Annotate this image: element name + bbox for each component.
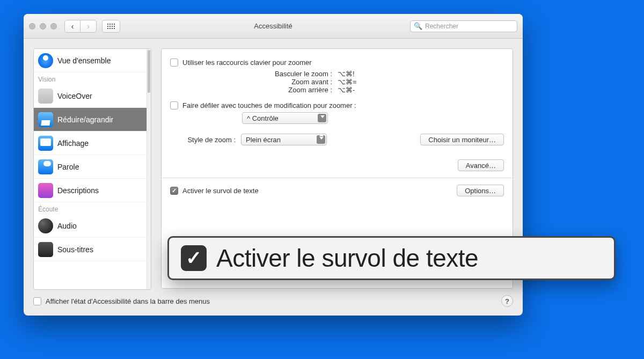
- sidebar-item-label: Parole: [57, 163, 79, 171]
- sidebar-item-label: VoiceOver: [57, 92, 92, 100]
- scroll-modifier-row: Faire défiler avec touches de modificati…: [170, 101, 504, 109]
- sidebar-item-display[interactable]: Affichage: [34, 131, 151, 155]
- shortcut-list: Basculer le zoom : ⌥⌘! Zoom avant : ⌥⌘= …: [170, 70, 504, 94]
- grid-icon: [107, 24, 115, 29]
- scrollbar-thumb[interactable]: [148, 50, 150, 93]
- scrollbar[interactable]: [147, 49, 151, 289]
- use-keyboard-checkbox[interactable]: [170, 58, 178, 67]
- zoom-style-value: Plein écran: [246, 136, 281, 144]
- sidebar-scroll[interactable]: Vue d'ensemble Vision VoiceOver Réduire/…: [34, 49, 151, 289]
- shortcut-toggle-keys: ⌥⌘!: [338, 70, 370, 78]
- close-icon[interactable]: [29, 23, 35, 30]
- footer: Afficher l'état d'Accessibilité dans la …: [24, 290, 523, 316]
- search-input[interactable]: [425, 23, 514, 30]
- sidebar-item-descriptions[interactable]: Descriptions: [34, 179, 151, 202]
- chevron-updown-icon: [319, 137, 324, 140]
- subtitles-icon: [38, 242, 53, 257]
- search-icon: 🔍: [414, 22, 422, 30]
- chevron-down-icon: [320, 115, 325, 118]
- magnifier-icon: [38, 112, 53, 127]
- sidebar-item-subtitles[interactable]: Sous-titres: [34, 238, 151, 261]
- sidebar-section-vision: Vision: [34, 72, 151, 84]
- voiceover-icon: [38, 89, 53, 104]
- sidebar-item-zoom[interactable]: Réduire/agrandir: [34, 108, 151, 131]
- divider: [162, 178, 513, 178]
- options-button[interactable]: Options…: [457, 185, 504, 196]
- sidebar-item-label: Affichage: [57, 139, 89, 148]
- scroll-modifier-checkbox[interactable]: [170, 101, 178, 109]
- sidebar-section-ecoute: Écoute: [34, 202, 151, 214]
- hover-text-checkbox[interactable]: [170, 187, 178, 195]
- descriptions-icon: [38, 183, 53, 198]
- zoom-style-select[interactable]: Plein écran: [241, 134, 327, 145]
- sidebar-item-label: Audio: [57, 222, 77, 230]
- zoom-style-row: Style de zoom : Plein écran Choisir un m…: [170, 134, 504, 145]
- hover-overlay-text: Activer le survol de texte: [216, 244, 478, 273]
- help-button[interactable]: ?: [501, 295, 513, 307]
- shortcut-in-keys: ⌥⌘=: [338, 78, 370, 86]
- traffic-lights: [29, 23, 57, 30]
- sidebar-item-voiceover[interactable]: VoiceOver: [34, 84, 151, 108]
- sidebar-item-label: Descriptions: [57, 186, 99, 195]
- forward-button[interactable]: ›: [80, 20, 97, 33]
- sidebar-item-label: Sous-titres: [57, 245, 93, 254]
- checkmark-icon: [181, 245, 207, 271]
- hover-text-label: Activer le survol de texte: [182, 187, 259, 195]
- advanced-button[interactable]: Avancé…: [458, 159, 504, 171]
- hover-text-overlay: Activer le survol de texte: [167, 236, 616, 280]
- shortcut-out-keys: ⌥⌘-: [338, 86, 370, 94]
- zoom-style-label: Style de zoom :: [170, 136, 236, 144]
- speech-icon: [38, 159, 53, 174]
- display-icon: [38, 136, 53, 151]
- use-keyboard-row: Utiliser les raccourcis clavier pour zoo…: [170, 58, 504, 67]
- use-keyboard-label: Utiliser les raccourcis clavier pour zoo…: [182, 58, 312, 67]
- sidebar-item-audio[interactable]: Audio: [34, 214, 151, 238]
- show-in-menubar-label: Afficher l'état d'Accessibilité dans la …: [46, 297, 210, 305]
- sidebar-item-overview[interactable]: Vue d'ensemble: [34, 49, 151, 72]
- titlebar: ‹ › Accessibilité 🔍: [24, 14, 523, 39]
- shortcut-out-label: Zoom arrière :: [198, 86, 332, 94]
- shortcut-toggle-label: Basculer le zoom :: [198, 70, 332, 78]
- minimize-icon[interactable]: [40, 23, 46, 30]
- modifier-key-select[interactable]: ^ Contrôle: [242, 112, 328, 124]
- nav-buttons: ‹ ›: [64, 20, 97, 33]
- accessibility-icon: [38, 53, 53, 68]
- hover-text-row: Activer le survol de texte Options…: [170, 185, 504, 196]
- show-in-menubar-checkbox[interactable]: [33, 297, 41, 305]
- zoom-icon[interactable]: [50, 23, 57, 30]
- modifier-key-value: ^ Contrôle: [247, 114, 279, 122]
- show-all-button[interactable]: [102, 20, 120, 33]
- sidebar-item-label: Réduire/agrandir: [57, 115, 113, 124]
- sidebar: Vue d'ensemble Vision VoiceOver Réduire/…: [33, 48, 151, 290]
- speaker-icon: [38, 218, 53, 233]
- choose-monitor-button[interactable]: Choisir un moniteur…: [420, 134, 504, 145]
- shortcut-in-label: Zoom avant :: [198, 78, 332, 86]
- search-field[interactable]: 🔍: [410, 20, 517, 32]
- sidebar-item-label: Vue d'ensemble: [57, 56, 111, 65]
- scroll-modifier-label: Faire défiler avec touches de modificati…: [182, 101, 356, 109]
- back-button[interactable]: ‹: [64, 20, 80, 33]
- window-title: Accessibilité: [254, 22, 292, 30]
- sidebar-item-speech[interactable]: Parole: [34, 155, 151, 179]
